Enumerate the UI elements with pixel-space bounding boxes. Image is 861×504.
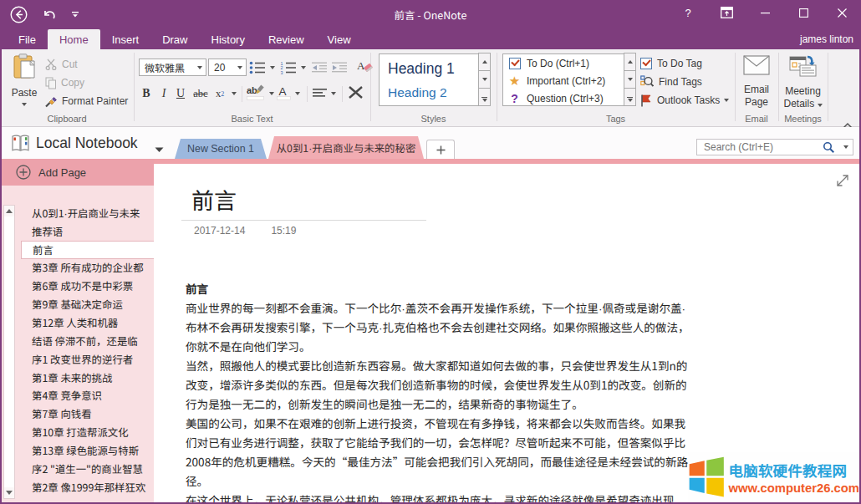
basic-text-group-label: Basic Text	[134, 114, 370, 124]
minimize-button[interactable]	[746, 0, 784, 25]
highlight-dropdown[interactable]	[267, 84, 277, 103]
page-list-item[interactable]: 序1 改变世界的逆行者	[2, 350, 154, 369]
section-tab-new-section-1[interactable]: New Section 1	[175, 139, 267, 159]
page-list-item[interactable]: 第6章 成功不是中彩票	[2, 277, 154, 295]
body-paragraph[interactable]: 美国的公司，如果不在艰难的创新上进行投资，不管现在有多挣钱，将来都会以失败而告终…	[186, 414, 694, 491]
page-list-item[interactable]: 从0到1·开启商业与未来	[2, 204, 154, 222]
paste-button[interactable]: Paste	[7, 53, 42, 106]
italic-button[interactable]: I	[156, 84, 171, 103]
font-color-button[interactable]: A	[277, 83, 291, 101]
page-list-item[interactable]: 前言	[21, 241, 154, 259]
outlook-tasks-flag-icon	[640, 94, 652, 107]
paragraph-alignment-dropdown[interactable]	[329, 84, 339, 103]
paragraph-alignment-button[interactable]	[313, 84, 328, 103]
ribbon-tab[interactable]: Draw	[150, 29, 199, 49]
tag-important[interactable]: ★ Important (Ctrl+2)	[503, 72, 624, 89]
notebook-dropdown[interactable]	[155, 141, 164, 156]
page-list-item[interactable]: 第3章 所有成功的企业都	[2, 259, 154, 277]
ribbon-tab[interactable]: File	[7, 29, 48, 49]
tag-question[interactable]: ? Question (Ctrl+3)	[503, 89, 624, 107]
increase-indent-button[interactable]	[331, 59, 348, 77]
tags-gallery-more[interactable]	[624, 88, 636, 106]
font-size-dropdown[interactable]	[233, 59, 246, 75]
clear-formatting-button[interactable]: A	[357, 57, 374, 75]
signed-in-user[interactable]: james linton	[800, 29, 853, 49]
add-page-button[interactable]: Add Page	[2, 159, 154, 186]
search-icon[interactable]	[818, 141, 838, 154]
scroll-up-arrow[interactable]	[4, 206, 14, 216]
outlook-tasks-button[interactable]: Outlook Tasks	[640, 93, 729, 108]
tags-scroll-up[interactable]	[624, 53, 636, 71]
todo-tag-button[interactable]: To Do Tag	[640, 56, 702, 71]
page-list-scrollbar[interactable]	[3, 205, 15, 499]
font-name-dropdown[interactable]	[193, 59, 206, 75]
new-section-button[interactable]	[426, 140, 455, 159]
full-page-view-button[interactable]	[837, 175, 848, 190]
delete-button[interactable]	[347, 83, 364, 101]
underline-button[interactable]: U	[172, 84, 189, 103]
scroll-down-arrow[interactable]	[4, 487, 14, 498]
notebook-name[interactable]: Local Notebook	[36, 127, 138, 159]
clear-formatting-icon: A	[357, 59, 374, 74]
body-paragraph[interactable]: 当然，照搬他人的模式要比创造新东西容易。做大家都知道如何去做的事，只会使世界发生…	[186, 356, 694, 414]
styles-scroll-up[interactable]	[478, 53, 491, 71]
numbering-button[interactable]: 1 2 3	[280, 59, 297, 77]
page-body[interactable]: 前言商业世界的每一刻都不会重演。下一个比尔·盖茨不会再开发操作系统，下一个拉里·…	[186, 279, 694, 504]
styles-group-label: Styles	[370, 114, 497, 124]
font-name-combo[interactable]: 微软雅黑	[139, 59, 206, 76]
page-list-item[interactable]: 第1章 未来的挑战	[2, 369, 154, 387]
find-tags-icon	[640, 75, 654, 89]
style-heading2[interactable]: Heading 2	[380, 78, 478, 100]
format-painter-button[interactable]: Format Painter	[45, 93, 128, 109]
numbering-dropdown[interactable]	[298, 59, 308, 77]
strikethrough-button[interactable]: abc	[191, 84, 211, 103]
tags-scroll-down[interactable]	[624, 70, 636, 89]
ribbon-tab[interactable]: Review	[257, 29, 316, 49]
styles-scroll-down[interactable]	[478, 70, 491, 89]
meeting-details-button[interactable]: Meeting Details	[780, 55, 826, 110]
page-list-item[interactable]: 第13章 绿色能源与特斯	[2, 441, 154, 460]
ribbon-tab[interactable]: Home	[48, 29, 100, 49]
section-tab-current[interactable]: 从0到1·开启商业与未来的秘密	[268, 136, 424, 159]
ribbon-tab[interactable]: View	[316, 29, 363, 49]
page-list-item[interactable]: 第7章 向钱看	[2, 405, 154, 423]
page-list-item[interactable]: 序2 "道生一"的商业智慧	[2, 460, 154, 478]
search-scope-dropdown[interactable]	[838, 145, 853, 149]
bold-button[interactable]: B	[138, 84, 155, 103]
styles-gallery-more[interactable]	[478, 88, 491, 106]
email-page-button[interactable]: Email Page	[737, 55, 776, 109]
page-title[interactable]: 前言	[191, 183, 237, 216]
meetings-group-label: Meetings	[778, 114, 828, 124]
superscript-button[interactable]: x2	[211, 84, 228, 103]
help-button[interactable]: ?	[669, 0, 707, 25]
superscript-dropdown[interactable]	[229, 84, 239, 103]
body-paragraph[interactable]: 商业世界的每一刻都不会重演。下一个比尔·盖茨不会再开发操作系统，下一个拉里·佩奇…	[186, 298, 694, 356]
page-list-item[interactable]: 第12章 人类和机器	[2, 313, 154, 332]
highlight-button[interactable]: ab	[247, 83, 265, 101]
tags-group-label: Tags	[497, 114, 735, 124]
bullets-dropdown[interactable]	[267, 59, 278, 77]
page-list-item[interactable]: 第2章 像1999年那样狂欢	[2, 478, 154, 496]
page-list-item[interactable]: 第9章 基础决定命运	[2, 295, 154, 313]
ribbon-display-options-button[interactable]	[707, 0, 746, 25]
find-tags-button[interactable]: Find Tags	[640, 74, 702, 89]
page-list-item[interactable]: 第4章 竞争意识	[2, 386, 154, 405]
font-color-dropdown[interactable]	[293, 84, 303, 103]
ribbon-tab[interactable]: Insert	[100, 29, 151, 49]
close-button[interactable]	[823, 0, 861, 25]
copy-icon	[45, 77, 57, 89]
font-size-combo[interactable]: 20	[208, 59, 247, 76]
maximize-button[interactable]	[784, 0, 823, 25]
tag-todo[interactable]: To Do (Ctrl+1)	[503, 54, 624, 72]
decrease-indent-button[interactable]	[311, 59, 328, 77]
page-list-item[interactable]: 结语 停滞不前，还是临	[2, 332, 154, 350]
page-list-item[interactable]: 推荐语	[2, 222, 154, 241]
cut-button[interactable]: Cut	[45, 56, 78, 73]
page-list-item[interactable]: 第10章 打造帮派文化	[2, 423, 154, 441]
style-heading1[interactable]: Heading 1	[380, 54, 478, 78]
search-box[interactable]: Search (Ctrl+E)	[696, 139, 853, 155]
body-paragraph[interactable]: 前言	[186, 279, 694, 298]
ribbon-tab[interactable]: History	[200, 29, 257, 49]
bullets-button[interactable]	[249, 59, 266, 77]
copy-button[interactable]: Copy	[45, 74, 84, 91]
